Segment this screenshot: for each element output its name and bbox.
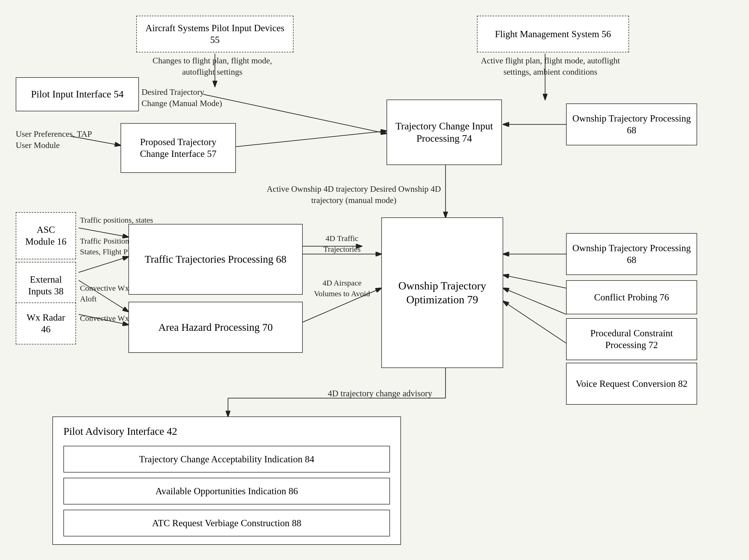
flight-management-box: Flight Management System 56 <box>477 16 629 52</box>
ownship-trajectory-optimization-label: Ownship Trajectory Optimization 79 <box>387 279 498 307</box>
aircraft-pilot-devices-box: Aircraft Systems Pilot Input Devices 55 <box>136 16 294 52</box>
four-d-airspace-label: 4D Airspace Volumes to Avoid <box>308 278 376 299</box>
svg-line-14 <box>79 257 128 272</box>
traffic-trajectories-label: Traffic Trajectories Processing 68 <box>145 253 286 266</box>
procedural-constraint-label: Procedural Constraint Processing 72 <box>571 328 692 351</box>
trajectory-acceptability-label: Trajectory Change Acceptability Indicati… <box>139 453 315 465</box>
trajectory-acceptability-box: Trajectory Change Acceptability Indicati… <box>63 446 390 472</box>
traffic-trajectories-box: Traffic Trajectories Processing 68 <box>128 224 303 295</box>
ownship-trajectory-processing-top-box: Ownship Trajectory Processing 68 <box>566 104 697 145</box>
diagram: Aircraft Systems Pilot Input Devices 55 … <box>0 0 749 560</box>
ownship-trajectory-processing-top-label: Ownship Trajectory Processing 68 <box>571 113 692 136</box>
trajectory-change-input-box: Trajectory Change Input Processing 74 <box>387 99 502 165</box>
external-inputs-box: External Inputs 38 <box>16 262 76 309</box>
svg-line-11 <box>503 288 566 314</box>
wx-radar-label: Wx Radar 46 <box>21 312 71 335</box>
wx-radar-box: Wx Radar 46 <box>16 303 76 344</box>
pilot-input-interface-box: Pilot Input Interface 54 <box>16 77 139 111</box>
proposed-trajectory-box: Proposed Trajectory Change Interface 57 <box>121 123 236 173</box>
conflict-probing-label: Conflict Probing 76 <box>594 292 669 303</box>
flight-management-label: Flight Management System 56 <box>495 28 611 40</box>
pilot-advisory-box: Pilot Advisory Interface 42 Trajectory C… <box>52 417 401 545</box>
pilot-advisory-title: Pilot Advisory Interface 42 <box>63 425 390 438</box>
active-flight-label: Active flight plan, flight mode, autofli… <box>477 55 624 77</box>
trajectory-change-input-label: Trajectory Change Input Processing 74 <box>392 120 497 145</box>
procedural-constraint-box: Procedural Constraint Processing 72 <box>566 318 697 360</box>
svg-line-10 <box>503 275 566 288</box>
atc-request-label: ATC Request Verbiage Construction 88 <box>152 517 301 529</box>
user-preferences-label: User Preferences, TAP User Module <box>16 128 94 151</box>
changes-flight-label: Changes to flight plan, flight mode, aut… <box>144 55 280 77</box>
pilot-input-interface-label: Pilot Input Interface 54 <box>31 88 124 100</box>
voice-request-box: Voice Request Conversion 82 <box>566 363 697 405</box>
four-d-advisory-label: 4D trajectory change advisory <box>288 388 472 399</box>
available-opportunities-box: Available Opportunities Indication 86 <box>63 478 390 505</box>
conflict-probing-box: Conflict Probing 76 <box>566 280 697 314</box>
area-hazard-box: Area Hazard Processing 70 <box>128 302 303 353</box>
asc-module-label: ASC Module 16 <box>21 224 71 248</box>
ownship-trajectory-optimization-box: Ownship Trajectory Optimization 79 <box>381 217 503 368</box>
asc-module-box: ASC Module 16 <box>16 212 76 259</box>
ownship-trajectory-processing-mid-box: Ownship Trajectory Processing 68 <box>566 233 697 275</box>
svg-line-12 <box>503 301 566 343</box>
available-opportunities-label: Available Opportunities Indication 86 <box>155 485 298 497</box>
aircraft-pilot-devices-label: Aircraft Systems Pilot Input Devices 55 <box>142 22 288 46</box>
four-d-traffic-label: 4D Traffic Trajectories <box>308 233 376 254</box>
ownship-trajectory-processing-mid-label: Ownship Trajectory Processing 68 <box>571 242 692 266</box>
svg-line-4 <box>236 131 387 147</box>
proposed-trajectory-label: Proposed Trajectory Change Interface 57 <box>126 136 231 160</box>
external-inputs-label: External Inputs 38 <box>21 274 71 297</box>
atc-request-box: ATC Request Verbiage Construction 88 <box>63 510 390 536</box>
area-hazard-label: Area Hazard Processing 70 <box>158 321 273 334</box>
active-ownship-label: Active Ownship 4D trajectory Desired Own… <box>262 183 446 206</box>
desired-trajectory-label: Desired Trajectory Change (Manual Mode) <box>142 86 226 109</box>
voice-request-label: Voice Request Conversion 82 <box>576 378 687 390</box>
